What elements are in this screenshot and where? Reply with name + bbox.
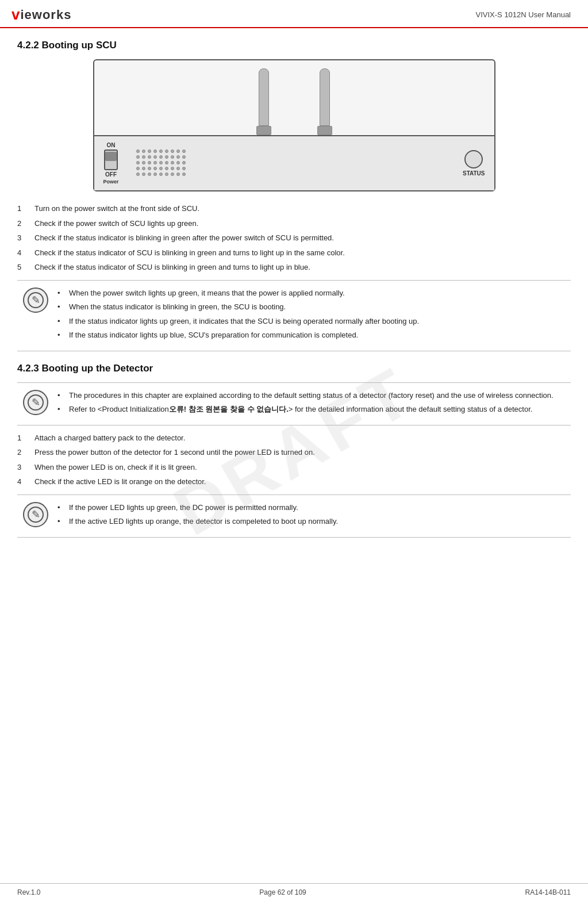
speaker-dot [176,155,180,159]
section-422-heading: 4.2.2 Booting up SCU [17,40,571,51]
list-item: 3 When the power LED is on, check if it … [17,462,571,473]
step-text: Press the power button of the detector f… [34,447,315,458]
speaker-dot [159,149,163,153]
step-num: 4 [17,247,28,259]
step-text: When the power LED is on, check if it is… [34,462,197,473]
speaker-dot [142,149,145,153]
speaker-dot [165,172,168,176]
note-bullet: • If the status indicator lights up blue… [57,329,565,341]
antenna-left [256,68,271,135]
antenna-base-left [256,126,271,135]
speaker-dot [136,167,140,170]
note-text: When the power switch lights up green, i… [69,287,345,299]
scu-diagram: ON OFF Power [17,59,571,191]
status-led [464,150,483,168]
step-text: Check if the status indicator of SCU is … [34,262,310,273]
footer-doc: RA14-14B-011 [525,888,571,896]
speaker-dot [153,167,157,170]
note-box-422: ✎ • When the power switch lights up gree… [17,280,571,351]
step-text: Attach a charged battery pack to the det… [34,432,185,444]
header-title: VIVIX-S 1012N User Manual [476,10,571,19]
off-label: OFF [105,171,117,178]
note-text: When the status indicator is blinking in… [69,301,286,313]
speaker-dot [171,167,174,170]
speaker-dot [148,155,151,159]
speaker-dot [165,149,168,153]
step-text: Check if the status indicator of SCU is … [34,247,345,259]
speaker-dot [153,172,157,176]
section-423: 4.2.3 Booting up the Detector ✎ • The pr… [17,363,571,538]
speaker-dot [142,155,145,159]
speaker-dot [159,155,163,159]
speaker-dot [165,167,168,170]
speaker-dot [136,161,140,164]
step-num: 5 [17,262,28,273]
note-icon: ✎ [23,287,48,313]
note-text: If the active LED lights up orange, the … [69,516,338,527]
antenna-base-right [317,126,332,135]
speaker-dot [142,172,145,176]
note-bullet: • When the status indicator is blinking … [57,301,565,313]
section-423-steps: 1 Attach a charged battery pack to the d… [17,432,571,488]
prereq-note-icon: ✎ [23,390,48,415]
section-422-steps: 1 Turn on the power switch at the front … [17,203,571,273]
note-bullets-423: • If the power LED lights up green, the … [57,502,565,530]
speaker-dot [165,161,168,164]
step-text: Check if the power switch of SCU lights … [34,218,198,229]
power-switch-area: ON OFF Power [103,142,119,185]
on-label: ON [107,142,116,148]
speaker-dot [182,167,186,170]
speaker-dot [171,155,174,159]
scu-front: ON OFF Power [94,135,494,190]
power-switch[interactable] [104,149,118,170]
main-content: 4.2.2 Booting up SCU [0,28,588,556]
note-icon-423: ✎ [23,502,48,527]
speaker-dot [159,172,163,176]
section-423-heading: 4.2.3 Booting up the Detector [17,363,571,374]
step-num: 4 [17,476,28,488]
switch-knob [105,152,117,161]
step-text: Check if the active LED is lit orange on… [34,476,206,488]
note-bullet: • If the power LED lights up green, the … [57,502,565,513]
speaker-dot [159,167,163,170]
footer-page: Page 62 of 109 [259,888,306,896]
speaker-grid [136,149,187,177]
logo-v: v [11,6,20,24]
speaker-dot [171,149,174,153]
scu-top [94,60,494,135]
status-area: STATUS [463,150,485,177]
scu-box: ON OFF Power [93,59,495,191]
note-bullet: • The procedures in this chapter are exp… [57,390,565,401]
list-item: 4 Check if the active LED is lit orange … [17,476,571,488]
speaker-dot [153,149,157,153]
speaker-dot [148,172,151,176]
speaker-dot [148,167,151,170]
step-num: 1 [17,432,28,444]
list-item: 5 Check if the status indicator of SCU i… [17,262,571,273]
speaker-dot [136,149,140,153]
power-label: Power [103,179,119,185]
list-item: 2 Press the power button of the detector… [17,447,571,458]
antenna-right [317,68,332,135]
speaker-dot [176,161,180,164]
logo: v ieworks [11,6,71,24]
note-bullets-422: • When the power switch lights up green,… [57,287,565,344]
speaker-dot [171,172,174,176]
svg-text:✎: ✎ [32,294,40,306]
speaker-dot [182,172,186,176]
speaker-dot [148,161,151,164]
logo-text: ieworks [20,7,71,22]
speaker-dot [142,161,145,164]
list-item: 1 Attach a charged battery pack to the d… [17,432,571,444]
speaker-dot [165,155,168,159]
step-num: 1 [17,203,28,214]
note-bullet: • If the active LED lights up orange, th… [57,516,565,527]
speaker-dot [176,167,180,170]
step-text: Check if the status indicator is blinkin… [34,232,334,244]
note-bullet: • If the status indicator lights up gree… [57,316,565,327]
svg-text:✎: ✎ [32,397,40,408]
note-box-423: ✎ • If the power LED lights up green, th… [17,494,571,538]
speaker-dot [136,172,140,176]
footer-rev: Rev.1.0 [17,888,40,896]
speaker-dot [176,149,180,153]
